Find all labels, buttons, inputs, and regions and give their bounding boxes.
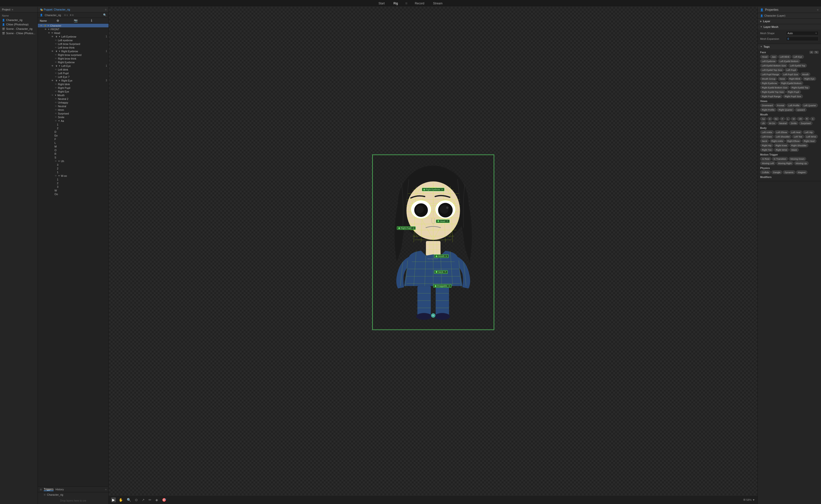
layer-row-uh-2[interactable]: 2: [38, 167, 108, 170]
tag-right-heel[interactable]: Right Heel: [802, 139, 816, 143]
tag-left-pupil-range[interactable]: Left Pupil Range: [760, 73, 781, 76]
layer-row-woo-3[interactable]: 3: [38, 185, 108, 189]
layer-row-surprised[interactable]: 👁 Surprised: [38, 112, 108, 115]
layer-row-neutral[interactable]: 👁 Neutral: [38, 104, 108, 108]
puppet-menu-btn[interactable]: ≡: [105, 8, 106, 11]
mesh-shape-value[interactable]: Auto ▼: [786, 31, 819, 35]
draggable-close[interactable]: ✕: [449, 285, 450, 287]
tag-left-heal[interactable]: Left Heal: [789, 130, 802, 134]
layer-row-head[interactable]: 👁 ▼ Head: [38, 31, 108, 35]
neck-close[interactable]: ✕: [445, 271, 446, 273]
properties-menu-btn[interactable]: ≡: [817, 8, 819, 11]
target-tool-btn[interactable]: 🎯: [161, 497, 167, 502]
tag-w-oo[interactable]: W-Oo: [767, 121, 777, 125]
vis-character[interactable]: 👁: [39, 24, 43, 27]
tag-upward[interactable]: Upward: [795, 108, 807, 112]
right-eyebrow-canvas-label[interactable]: Right Eyebrow ✕: [422, 188, 445, 191]
tag-left-knee[interactable]: Left Knee: [760, 135, 774, 138]
triggers-expand-btn[interactable]: »: [105, 488, 106, 491]
vis-left-brow-think[interactable]: 👁: [53, 46, 58, 49]
vis-right-pupil[interactable]: 👁: [53, 87, 58, 89]
tag-in-transition[interactable]: In Transition: [772, 157, 788, 161]
tag-moving-left[interactable]: Moving Left: [760, 161, 776, 165]
tag-moving-down[interactable]: Moving Down: [789, 157, 806, 161]
layer-row-l[interactable]: L: [38, 141, 108, 145]
head-close[interactable]: ✕: [447, 220, 448, 222]
layer-camera-btn[interactable]: 📷: [73, 19, 89, 23]
project-item-scene-chloe[interactable]: 🎬 Scene - Chloe (Photos...: [0, 31, 38, 35]
project-menu-icon[interactable]: ≡: [12, 8, 13, 11]
vis-right-eyebrow-group[interactable]: 👁: [50, 50, 54, 53]
vis-right-eyebrow-layer[interactable]: 👁: [53, 61, 58, 63]
neck-canvas-label[interactable]: Neck ✕: [434, 270, 448, 274]
layer-row-f[interactable]: F: [38, 137, 108, 141]
tag-uh[interactable]: Uh: [760, 121, 767, 125]
layer-row-d[interactable]: D: [38, 130, 108, 134]
layer-row-r[interactable]: R: [38, 152, 108, 156]
tag-left-shoulder[interactable]: Left Shoulder: [774, 135, 792, 138]
nav-record[interactable]: Record: [414, 1, 426, 6]
layer-row-mouth-group[interactable]: 👁 ▼ Mouth: [38, 93, 108, 97]
tag-surprised[interactable]: Surprised: [799, 121, 812, 125]
zoom-tool-btn[interactable]: 🔍: [126, 497, 132, 502]
layer-row-character[interactable]: 👁 ♛ ▼ Character: [38, 24, 108, 27]
vis-left-eye-7[interactable]: 👁: [53, 76, 58, 78]
tag-mouth[interactable]: Mouth: [800, 73, 810, 76]
mouth-canvas-label[interactable]: Mouth ✕: [434, 254, 449, 258]
vis-neutral-2[interactable]: 👁: [53, 98, 58, 100]
nav-start[interactable]: Start: [377, 1, 386, 6]
tag-left-quarter[interactable]: Left Quarter: [802, 104, 818, 107]
vis-left-eye-group[interactable]: 👁: [50, 65, 54, 67]
tag-left-eye[interactable]: Left Eye: [792, 55, 804, 59]
vis-right-brow-surprised[interactable]: 👁: [53, 54, 58, 56]
tag-right-eyebrow[interactable]: Right Eyebrow: [760, 81, 779, 85]
layer-row-left-eyebrow-group[interactable]: 👁 ♛ ▼ Left Eyebrow 1: [38, 35, 108, 38]
project-item-chloe[interactable]: 👤 Chloe (Photoshop): [0, 22, 38, 27]
layer-row-left-brow-think[interactable]: 👁 Left brow think: [38, 46, 108, 49]
tag-left-hip[interactable]: Left Hip: [803, 130, 814, 134]
tab-triggers[interactable]: Triggers: [44, 488, 53, 491]
project-item-scene-char[interactable]: 🎬 Scene - Character_rig: [0, 27, 38, 31]
vis-woo-group[interactable]: 👁: [53, 175, 58, 177]
layer-row-smile[interactable]: 👁 Smile: [38, 115, 108, 119]
tag-left-profile[interactable]: Left Profile: [787, 104, 801, 107]
layer-row-right-blink[interactable]: 👁 Right blink: [38, 82, 108, 86]
layer-row-ee[interactable]: Ee: [38, 134, 108, 137]
layer-add-btn[interactable]: ⊕: [56, 19, 72, 23]
pen-tool-btn[interactable]: ✏: [148, 497, 152, 502]
plus-circle-icon[interactable]: +: [431, 313, 436, 318]
layer-row-left-eye-7[interactable]: 👁 Left Eye 7: [38, 75, 108, 79]
tag-right-pupil-size[interactable]: Right Pupil Size: [783, 95, 803, 98]
vis-head[interactable]: 👁: [47, 32, 51, 34]
tag-neutral-mouth[interactable]: Neutral: [778, 121, 789, 125]
layer-row-hmm[interactable]: 👁 Hmm: [38, 108, 108, 112]
tag-right-wrist[interactable]: Right Wrist: [774, 148, 789, 152]
tag-m[interactable]: M: [791, 117, 796, 121]
tab-history[interactable]: History: [55, 488, 64, 491]
tag-nose[interactable]: Nose: [778, 77, 787, 81]
layer-row-left-eyebrow[interactable]: 👁 Left eyebrow: [38, 38, 108, 42]
layer-row-aa-group[interactable]: 👁 ▼ Aa: [38, 119, 108, 123]
tag-left-eyelid-bottom[interactable]: Left Eyelid Bottom: [778, 59, 800, 63]
tag-magnet[interactable]: Magnet: [796, 170, 807, 174]
tag-right-hip[interactable]: Right Hip: [760, 144, 773, 147]
vis-hmm[interactable]: 👁: [53, 109, 58, 111]
tag-downward[interactable]: Downward: [760, 104, 775, 107]
canvas-content[interactable]: FRONT Background Right Eyebrow ✕ Right P…: [109, 7, 757, 495]
tag-right-knee[interactable]: Right Knee: [774, 144, 789, 147]
tag-right-toe[interactable]: Right Toe: [760, 148, 773, 152]
layer-row-right-eye-group[interactable]: 👁 ♛ ▼ Right Eye 3: [38, 79, 108, 82]
tag-right-blink[interactable]: Right Blink: [788, 77, 802, 81]
tag-left-toe[interactable]: Left Toe: [792, 135, 804, 138]
search-icon[interactable]: 🔍: [103, 13, 106, 17]
tag-left-eyelid-bottom-size[interactable]: Left Eyelid Bottom Size: [760, 64, 788, 67]
layer-row-neutral-2[interactable]: 👁 Neutral 2: [38, 97, 108, 101]
vis-left-eyebrow[interactable]: 👁: [53, 39, 58, 42]
layer-mesh-section-header[interactable]: ▼ Layer Mesh: [758, 24, 821, 30]
tag-left-wrist[interactable]: Left Wrist: [805, 135, 818, 138]
tag-ee[interactable]: Ee: [773, 117, 779, 121]
layer-row-front[interactable]: 👁 ▼ FRONT: [38, 27, 108, 31]
tag-left-pupil[interactable]: Left Pupil: [785, 68, 798, 72]
vis-surprised[interactable]: 👁: [53, 112, 58, 115]
arrow-tool-btn[interactable]: ↗: [141, 497, 146, 502]
